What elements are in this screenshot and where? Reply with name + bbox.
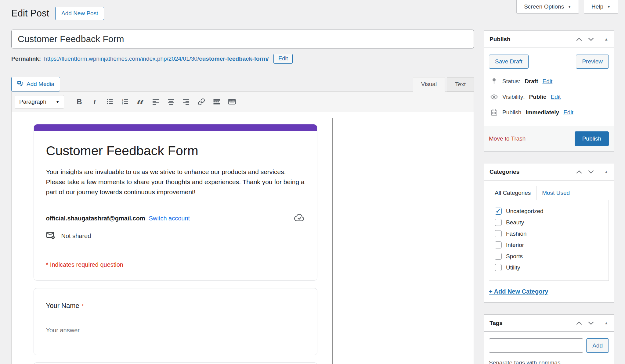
tab-text[interactable]: Text (447, 77, 474, 91)
preview-button[interactable]: Preview (576, 55, 609, 69)
screen-options-label: Screen Options (524, 3, 564, 10)
category-item[interactable]: Beauty (492, 217, 605, 228)
add-media-label: Add Media (27, 81, 54, 87)
category-item[interactable]: Sports (492, 251, 605, 262)
move-to-trash-link[interactable]: Move to Trash (489, 135, 526, 142)
not-shared-label: Not shared (61, 233, 91, 240)
edit-schedule-link[interactable]: Edit (563, 109, 573, 116)
panel-handles: ▲ (576, 321, 608, 325)
gform-question-card: Your Email Address* (34, 362, 317, 364)
gform-shared-row: Not shared (46, 231, 305, 241)
category-item[interactable]: Interior (492, 239, 605, 251)
keyboard-shortcuts-button[interactable] (225, 95, 239, 108)
category-checkbox[interactable] (495, 208, 502, 215)
move-panel-up-icon[interactable] (576, 170, 582, 174)
tags-panel: Tags ▲ Add Separate tags with commas (484, 314, 614, 364)
category-label: Utility (506, 264, 520, 271)
help-label: Help (591, 3, 603, 10)
calendar-icon (490, 109, 498, 116)
publish-panel: Publish ▲ Save Draft Preview Status: Dra… (484, 30, 614, 152)
bulleted-list-icon (106, 98, 114, 105)
editor-toolbar: Paragraph ▼ B I 123 “ (12, 92, 474, 112)
permalink-edit-button[interactable]: Edit (273, 54, 293, 64)
tab-visual[interactable]: Visual (413, 77, 445, 92)
category-checkbox[interactable] (495, 241, 502, 248)
move-panel-down-icon[interactable] (588, 37, 594, 41)
gform-title-section: Customer Feedback Form Your insights are… (34, 131, 317, 205)
panel-toggle-icon[interactable]: ▲ (604, 37, 608, 41)
panel-toggle-icon[interactable]: ▲ (604, 321, 608, 325)
tags-panel-title: Tags (490, 320, 576, 327)
bulleted-list-button[interactable] (103, 95, 117, 108)
switch-account-link[interactable]: Switch account (149, 215, 190, 222)
bold-button[interactable]: B (73, 95, 86, 108)
category-item[interactable]: Fashion (492, 228, 605, 239)
insert-more-tag-button[interactable] (210, 95, 223, 108)
move-panel-up-icon[interactable] (576, 321, 582, 325)
tab-most-used[interactable]: Most Used (536, 186, 575, 200)
edit-status-link[interactable]: Edit (543, 78, 553, 85)
add-new-category-link[interactable]: + Add New Category (489, 288, 548, 295)
tags-input[interactable] (489, 338, 583, 353)
category-item[interactable]: Utility (492, 262, 605, 273)
category-checkbox[interactable] (495, 230, 502, 237)
post-title-input[interactable] (11, 30, 474, 48)
align-center-button[interactable] (164, 95, 178, 108)
move-panel-down-icon[interactable] (588, 170, 594, 174)
bold-icon: B (77, 98, 82, 106)
visibility-value: Public (529, 94, 547, 100)
category-checkbox[interactable] (495, 219, 502, 226)
category-checkbox[interactable] (495, 253, 502, 260)
svg-text:3: 3 (122, 103, 124, 105)
category-item[interactable]: Uncategorized (492, 205, 605, 217)
panel-handles: ▲ (576, 170, 608, 174)
category-checkbox[interactable] (495, 264, 502, 271)
publish-button[interactable]: Publish (575, 131, 609, 146)
permalink-label: Permalink: (11, 55, 41, 62)
tab-all-categories[interactable]: All Categories (489, 186, 536, 200)
gform-accent-bar (34, 124, 317, 131)
category-label: Sports (506, 253, 523, 260)
add-media-button[interactable]: Add Media (11, 77, 60, 91)
publish-panel-header: Publish ▲ (484, 31, 614, 48)
italic-button[interactable]: I (88, 95, 101, 108)
categories-checklist: Uncategorized Beauty Fashion Interior (489, 200, 609, 281)
question-label: Your Name (46, 302, 79, 309)
gform-required-note: * Indicates required question (46, 257, 305, 273)
paragraph-format-select[interactable]: Paragraph ▼ (15, 95, 64, 109)
visibility-eye-icon (490, 94, 498, 100)
categories-tabs: All Categories Most Used (489, 186, 609, 200)
classic-editor: Add Media Visual Text Paragraph ▼ B I 12… (11, 75, 474, 364)
help-button[interactable]: Help ▼ (584, 0, 618, 14)
add-new-post-button[interactable]: Add New Post (55, 7, 104, 20)
numbered-list-button[interactable]: 123 (118, 95, 132, 108)
category-label: Uncategorized (506, 208, 544, 215)
align-right-button[interactable] (179, 95, 193, 108)
add-tag-button[interactable]: Add (586, 338, 609, 353)
blockquote-icon: “ (136, 104, 144, 107)
permalink-link[interactable]: https://fluentform.wpninjathemes.com/ind… (44, 55, 269, 62)
permalink-row: Permalink: https://fluentform.wpninjathe… (11, 54, 293, 64)
editor-content-area[interactable]: Customer Feedback Form Your insights are… (12, 112, 474, 364)
blockquote-button[interactable]: “ (134, 95, 147, 108)
gform-question-card: Your Name* Your answer (34, 288, 317, 355)
move-panel-down-icon[interactable] (588, 321, 594, 325)
gform-required-section: * Indicates required question (34, 249, 317, 280)
editor-mode-tabs: Visual Text (413, 77, 474, 91)
short-answer-input[interactable]: Your answer (46, 327, 176, 339)
tags-input-row: Add (489, 338, 609, 353)
move-panel-up-icon[interactable] (576, 37, 582, 41)
insert-link-button[interactable] (195, 95, 208, 108)
editor-header: Add Media Visual Text (11, 75, 474, 91)
sidebar: Publish ▲ Save Draft Preview Status: Dra… (484, 30, 614, 364)
admin-chrome-tabs: Screen Options ▼ Help ▼ (516, 0, 618, 14)
google-form-embed[interactable]: Customer Feedback Form Your insights are… (18, 118, 333, 364)
panel-toggle-icon[interactable]: ▲ (604, 170, 608, 174)
italic-icon: I (93, 98, 96, 106)
edit-visibility-link[interactable]: Edit (551, 94, 561, 100)
save-draft-button[interactable]: Save Draft (489, 55, 529, 69)
align-left-button[interactable] (149, 95, 162, 108)
align-center-icon (167, 98, 175, 105)
screen-options-button[interactable]: Screen Options ▼ (516, 0, 579, 14)
status-value: Draft (525, 78, 538, 85)
